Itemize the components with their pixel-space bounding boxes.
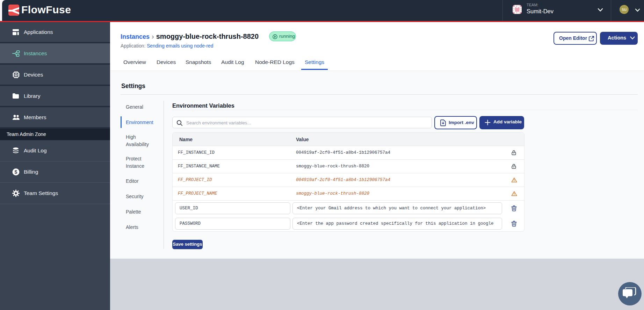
svg-text:$: $ xyxy=(15,169,17,175)
